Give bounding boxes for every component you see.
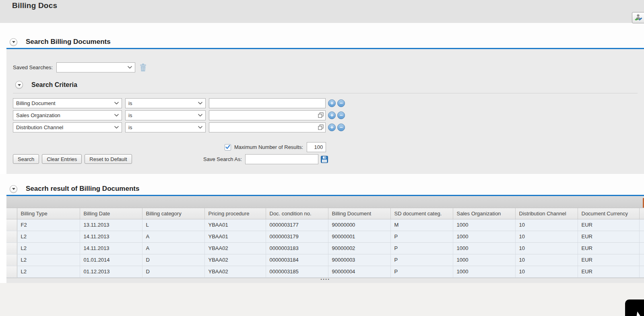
- table-cell: D: [142, 266, 204, 277]
- column-header[interactable]: Billing category: [142, 208, 204, 219]
- criteria-field-select[interactable]: Distribution Channel: [13, 122, 122, 132]
- save-search-label: Save Search As:: [203, 156, 242, 162]
- criteria-input-wrap: [209, 110, 326, 120]
- row-selector[interactable]: [6, 242, 17, 254]
- saved-searches-select[interactable]: [56, 62, 135, 72]
- table-cell: 0000003179: [266, 231, 328, 242]
- criteria-value-input[interactable]: [209, 98, 326, 108]
- select-all-header[interactable]: [6, 208, 17, 219]
- row-selector[interactable]: [6, 254, 17, 266]
- table-cell: 90000004: [328, 266, 390, 277]
- save-search-group: Save Search As:: [203, 154, 328, 164]
- criteria-operator-select[interactable]: is: [125, 110, 206, 120]
- triangle-down-icon: [12, 41, 15, 43]
- max-results-label: Maximum Number of Results:: [234, 144, 303, 150]
- row-selector[interactable]: [6, 266, 17, 277]
- chevron-down-icon: [128, 66, 132, 69]
- page-footer: [0, 283, 644, 316]
- value-help-icon[interactable]: [318, 112, 324, 120]
- table-cell: 10: [515, 266, 578, 277]
- table-row-filler: [639, 254, 644, 266]
- table-row[interactable]: L201.01.2014DYBAA02000000318490000003P10…: [6, 254, 644, 266]
- max-results-row: Maximum Number of Results:: [225, 142, 326, 152]
- remove-criteria-button[interactable]: −: [337, 99, 345, 107]
- column-header[interactable]: Billing Date: [80, 208, 142, 219]
- table-cell: 10: [515, 242, 578, 254]
- spacer: [0, 174, 644, 183]
- overlay-widget[interactable]: [625, 299, 644, 316]
- collapse-toggle-icon[interactable]: [10, 185, 17, 193]
- add-criteria-button[interactable]: +: [328, 124, 336, 131]
- criteria-value-input[interactable]: [209, 110, 326, 120]
- criteria-field-value: Billing Document: [16, 100, 56, 106]
- column-header[interactable]: Document Currency: [578, 208, 639, 219]
- table-toolbar: [6, 196, 644, 208]
- chevron-down-icon: [198, 114, 202, 117]
- action-buttons: Search Clear Entries Reset to Default: [13, 154, 132, 164]
- remove-criteria-button[interactable]: −: [337, 124, 345, 131]
- column-header[interactable]: Doc. condition no.: [266, 208, 328, 219]
- saved-searches-label: Saved Searches:: [13, 64, 53, 70]
- row-selector[interactable]: [6, 219, 17, 231]
- save-search-button[interactable]: [321, 156, 328, 163]
- criteria-field-select[interactable]: Sales Organization: [13, 110, 122, 120]
- column-header[interactable]: Distribution Channel: [515, 208, 578, 219]
- table-cell: 1000: [453, 242, 515, 254]
- max-results-input[interactable]: [307, 142, 326, 152]
- add-criteria-button[interactable]: +: [328, 112, 336, 119]
- value-help-icon[interactable]: [318, 124, 324, 132]
- checkmark-icon: [225, 145, 230, 149]
- row-selector[interactable]: [6, 231, 17, 242]
- criteria-field-select[interactable]: Billing Document: [13, 98, 122, 108]
- criteria-operator-select[interactable]: is: [125, 98, 206, 108]
- table-row-filler: [639, 219, 644, 231]
- table-cell: 14.11.2013: [80, 242, 142, 254]
- table-cell: P: [390, 242, 453, 254]
- column-header[interactable]: SD document categ.: [390, 208, 453, 219]
- collapse-toggle-icon[interactable]: [10, 38, 17, 46]
- criteria-row: Sales Organization is + −: [13, 110, 345, 120]
- table-cell: 10: [515, 219, 578, 231]
- column-header[interactable]: Pricing procedure: [204, 208, 266, 219]
- actions-row: Search Clear Entries Reset to Default Sa…: [13, 154, 644, 165]
- criteria-field-value: Sales Organization: [16, 112, 60, 118]
- criteria-operator-value: is: [128, 124, 132, 130]
- column-header[interactable]: Billing Document: [328, 208, 390, 219]
- table-cell: D: [142, 254, 204, 266]
- column-header[interactable]: Sales Organization: [453, 208, 515, 219]
- table-cell: EUR: [578, 231, 639, 242]
- trash-icon: [140, 64, 147, 72]
- table-cell: EUR: [578, 242, 639, 254]
- table-row[interactable]: L214.11.2013AYBAA02000000318390000002P10…: [6, 242, 644, 254]
- table-cell: YBAA01: [204, 219, 266, 231]
- table-cell: P: [390, 231, 453, 242]
- criteria-operator-value: is: [128, 112, 132, 118]
- collapse-toggle-icon[interactable]: [15, 81, 23, 89]
- table-cell: 1000: [453, 231, 515, 242]
- table-row-filler: [639, 266, 644, 277]
- column-header[interactable]: Billing Type: [17, 208, 80, 219]
- table-header-filler: [639, 208, 644, 219]
- remove-criteria-button[interactable]: −: [337, 112, 345, 119]
- max-results-checkbox[interactable]: [225, 144, 231, 151]
- table-row[interactable]: L214.11.2013AYBAA01000000317990000001P10…: [6, 231, 644, 242]
- add-criteria-button[interactable]: +: [328, 99, 336, 107]
- personalize-button[interactable]: [632, 12, 644, 23]
- clear-entries-button[interactable]: Clear Entries: [42, 154, 82, 164]
- criteria-operator-select[interactable]: is: [125, 122, 206, 132]
- criteria-rows: Billing Document is + − Sales Organizati…: [13, 98, 345, 134]
- save-search-input[interactable]: [245, 154, 318, 164]
- delete-saved-search-button[interactable]: [140, 64, 147, 72]
- table-resize-grip[interactable]: ····: [6, 278, 644, 283]
- table-cell: EUR: [578, 254, 639, 266]
- person-edit-icon: [634, 13, 642, 23]
- criteria-value-input[interactable]: [209, 122, 326, 132]
- table-cell: YBAA02: [204, 254, 266, 266]
- reset-to-default-button[interactable]: Reset to Default: [85, 154, 132, 164]
- search-button[interactable]: Search: [13, 154, 39, 164]
- table-cell: 90000003: [328, 254, 390, 266]
- results-table-head-row: Billing TypeBilling DateBilling category…: [6, 208, 644, 219]
- table-row[interactable]: F213.11.2013LYBAA01000000317790000000M10…: [6, 219, 644, 231]
- table-cell: L: [142, 219, 204, 231]
- chevron-down-icon: [198, 102, 202, 105]
